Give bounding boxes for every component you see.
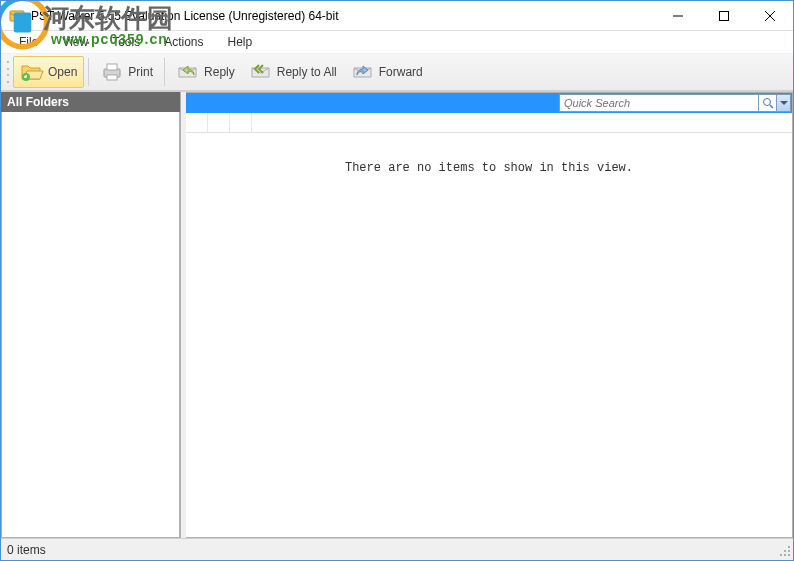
- svg-rect-3: [10, 11, 24, 21]
- reply-label: Reply: [204, 65, 235, 79]
- toolbar-grip[interactable]: [5, 59, 11, 85]
- svg-rect-11: [107, 75, 117, 80]
- sidebar: All Folders: [1, 92, 181, 538]
- search-dropdown-button[interactable]: [777, 94, 791, 112]
- toolbar-separator: [164, 58, 165, 86]
- reply-button[interactable]: Reply: [169, 56, 242, 88]
- quick-search-input[interactable]: [559, 94, 759, 112]
- svg-point-19: [788, 554, 790, 556]
- menu-tools[interactable]: Tools: [102, 33, 150, 51]
- reply-all-button[interactable]: Reply to All: [242, 56, 344, 88]
- title-bar: PST Walker 5.55 Evaluation License (Unre…: [1, 1, 793, 31]
- menu-view[interactable]: View: [52, 33, 98, 51]
- menu-help[interactable]: Help: [218, 33, 263, 51]
- toolbar: Open Print Reply Reply to All: [1, 53, 793, 91]
- toolbar-separator: [88, 58, 89, 86]
- reply-all-icon: [249, 60, 273, 84]
- content-header: [186, 93, 792, 113]
- app-icon: [9, 8, 25, 24]
- svg-rect-5: [720, 11, 729, 20]
- open-button[interactable]: Open: [13, 56, 84, 88]
- close-button[interactable]: [747, 1, 793, 31]
- forward-button[interactable]: Forward: [344, 56, 430, 88]
- svg-point-17: [780, 554, 782, 556]
- open-folder-icon: [20, 60, 44, 84]
- item-list[interactable]: There are no items to show in this view.: [186, 133, 792, 537]
- forward-icon: [351, 60, 375, 84]
- list-column-headers[interactable]: [186, 113, 792, 133]
- forward-label: Forward: [379, 65, 423, 79]
- search-button[interactable]: [759, 94, 777, 112]
- sidebar-header: All Folders: [1, 92, 180, 112]
- reply-all-label: Reply to All: [277, 65, 337, 79]
- menu-file[interactable]: File: [9, 33, 48, 51]
- content-pane: There are no items to show in this view.: [186, 92, 793, 538]
- window-title: PST Walker 5.55 Evaluation License (Unre…: [31, 9, 655, 23]
- minimize-button[interactable]: [655, 1, 701, 31]
- resize-grip-icon[interactable]: [777, 543, 791, 557]
- svg-point-12: [763, 99, 770, 106]
- svg-point-16: [788, 550, 790, 552]
- svg-line-13: [770, 105, 773, 108]
- reply-icon: [176, 60, 200, 84]
- empty-list-message: There are no items to show in this view.: [345, 161, 633, 175]
- printer-icon: [100, 60, 124, 84]
- svg-point-14: [788, 546, 790, 548]
- print-label: Print: [128, 65, 153, 79]
- print-button[interactable]: Print: [93, 56, 160, 88]
- main-area: All Folders There are no items: [1, 91, 793, 538]
- search-icon: [762, 97, 774, 109]
- menu-bar: File View Tools Actions Help: [1, 31, 793, 53]
- status-text: 0 items: [7, 543, 46, 557]
- folder-tree[interactable]: [1, 112, 180, 538]
- svg-point-18: [784, 554, 786, 556]
- maximize-button[interactable]: [701, 1, 747, 31]
- svg-point-15: [784, 550, 786, 552]
- status-bar: 0 items: [1, 538, 793, 560]
- chevron-down-icon: [780, 101, 788, 106]
- svg-rect-10: [107, 64, 117, 70]
- menu-actions[interactable]: Actions: [154, 33, 213, 51]
- open-label: Open: [48, 65, 77, 79]
